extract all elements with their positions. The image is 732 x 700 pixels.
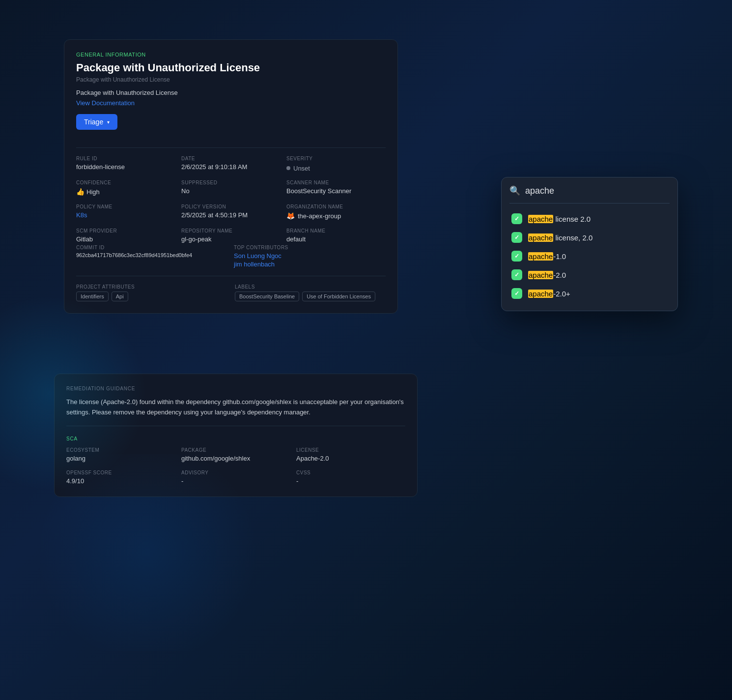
contributor-2[interactable]: jim hollenbach [234, 261, 386, 268]
cvss-field: CVSS - [296, 470, 405, 485]
date-field: DATE 2/6/2025 at 9:10:18 AM [181, 156, 281, 172]
advisory-value: - [181, 477, 290, 485]
scm-provider-value: Gitlab [76, 235, 175, 243]
top-contributors-label: TOP CONTRIBUTORS [234, 245, 386, 250]
sca-divider [66, 426, 405, 426]
date-value: 2/6/2025 at 9:10:18 AM [181, 163, 281, 171]
ecosystem-value: golang [66, 455, 175, 462]
check-icon-3: ✓ [514, 253, 519, 260]
highlight-3: apache [528, 252, 553, 261]
contributor-1[interactable]: Son Luong Ngoc [234, 252, 386, 260]
search-result-1[interactable]: ✓ apache license 2.0 [509, 209, 670, 228]
commit-section: COMMIT ID 962cba41717b7686c3ec32cf89d419… [76, 245, 386, 268]
scm-provider-field: SCM PROVIDER Gitlab [76, 228, 175, 243]
section-label: General Information [76, 52, 386, 58]
branch-name-label: BRANCH NAME [286, 228, 386, 233]
search-box: 🔍 apache [509, 185, 670, 196]
policy-name-value[interactable]: K8s [76, 211, 175, 219]
sca-label: SCA [66, 436, 405, 441]
policy-name-field: POLICY NAME K8s [76, 204, 175, 220]
label-boost-baseline: BoostSecurity Baseline [235, 292, 299, 301]
scanner-name-value: BoostSecurity Scanner [286, 187, 386, 195]
org-name-value: 🦊 the-apex-group [286, 212, 341, 220]
rule-id-label: RULE ID [76, 156, 175, 161]
date-label: DATE [181, 156, 281, 161]
search-result-3[interactable]: ✓ apache-1.0 [509, 247, 670, 265]
labels-label: LABELS [235, 284, 386, 290]
policy-version-field: POLICY VERSION 2/5/2025 at 4:50:19 PM [181, 204, 281, 220]
chevron-down-icon: ▾ [107, 119, 110, 125]
package-field: PACKAGE github.com/google/shlex [181, 447, 290, 462]
view-documentation-link[interactable]: View Documentation [76, 99, 135, 107]
branch-name-field: BRANCH NAME default [286, 228, 386, 243]
rule-id-field: RULE ID forbidden-license [76, 156, 175, 172]
scm-provider-label: SCM PROVIDER [76, 228, 175, 233]
bottom-card: REMEDIATION GUIDANCE The license (Apache… [54, 374, 418, 497]
check-icon-4: ✓ [514, 271, 519, 278]
labels-field: LABELS BoostSecurity Baseline Use of For… [235, 284, 386, 301]
license-label: LICENSE [296, 447, 405, 453]
search-result-5[interactable]: ✓ apache-2.0+ [509, 284, 670, 303]
suppressed-field: SUPPRESSED No [181, 180, 281, 196]
triage-label: Triage [84, 118, 103, 126]
policy-version-value: 2/5/2025 at 4:50:19 PM [181, 211, 281, 219]
check-box-4: ✓ [511, 269, 522, 280]
confidence-label: CONFIDENCE [76, 180, 175, 185]
openssf-label: OPENSSF SCORE [66, 470, 175, 475]
triage-button[interactable]: Triage ▾ [76, 114, 117, 130]
repo-name-field: REPOSITORY NAME gl-go-peak [181, 228, 281, 243]
main-card: General Information Package with Unautho… [64, 39, 398, 314]
top-contributors-field: TOP CONTRIBUTORS Son Luong Ngoc jim holl… [234, 245, 386, 268]
labels-tags: BoostSecurity Baseline Use of Forbidden … [235, 292, 386, 301]
result-text-4: apache-2.0 [528, 271, 566, 279]
project-attrs-label: PROJECT ATTRIBUTES [76, 284, 227, 290]
policy-name-label: POLICY NAME [76, 204, 175, 209]
search-text: apache [525, 186, 554, 196]
advisory-field: ADVISORY - [181, 470, 290, 485]
result-text-3: apache-1.0 [528, 252, 566, 261]
check-icon-1: ✓ [514, 215, 519, 222]
card-title: Package with Unauthorized License [76, 61, 386, 74]
divider [76, 147, 386, 148]
search-icon: 🔍 [509, 185, 520, 196]
suppressed-label: SUPPRESSED [181, 180, 281, 185]
license-value: Apache-2.0 [296, 455, 405, 462]
highlight-1: apache [528, 215, 553, 223]
severity-value: Unset [286, 165, 310, 172]
ecosystem-field: ECOSYSTEM golang [66, 447, 175, 462]
highlight-2: apache [528, 233, 553, 242]
openssf-field: OPENSSF SCORE 4.9/10 [66, 470, 175, 485]
info-grid: RULE ID forbidden-license DATE 2/6/2025 … [76, 156, 386, 243]
highlight-5: apache [528, 290, 553, 298]
thumbs-up-icon: 👍 [76, 188, 84, 196]
result-text-2: apache license, 2.0 [528, 233, 592, 242]
package-value: github.com/google/shlex [181, 455, 290, 462]
org-name-text: the-apex-group [298, 212, 341, 220]
suppressed-value: No [181, 187, 281, 195]
severity-field: SEVERITY Unset [286, 156, 386, 172]
attrs-labels-row: PROJECT ATTRIBUTES Identifiers Api LABEL… [76, 284, 386, 301]
openssf-value: 4.9/10 [66, 477, 175, 485]
contributors-list: Son Luong Ngoc jim hollenbach [234, 252, 386, 268]
org-icon: 🦊 [286, 212, 295, 220]
search-result-4[interactable]: ✓ apache-2.0 [509, 265, 670, 284]
cvss-value: - [296, 477, 405, 485]
label-forbidden-licenses: Use of Forbidden Licenses [302, 292, 375, 301]
scanner-name-label: SCANNER NAME [286, 180, 386, 185]
check-box-5: ✓ [511, 288, 522, 299]
org-name-field: ORGANIZATION NAME 🦊 the-apex-group [286, 204, 386, 220]
severity-label: SEVERITY [286, 156, 386, 161]
cvss-label: CVSS [296, 470, 405, 475]
commit-id-value: 962cba41717b7686c3ec32cf89d41951bed0bfe4 [76, 252, 228, 258]
repo-name-value: gl-go-peak [181, 235, 281, 243]
severity-dot-icon [286, 166, 290, 170]
search-dropdown: 🔍 apache ✓ apache license 2.0 ✓ apache l… [501, 177, 678, 311]
check-box-1: ✓ [511, 213, 522, 224]
remediation-text: The license (Apache-2.0) found within th… [66, 397, 405, 418]
project-attrs-tags: Identifiers Api [76, 292, 227, 301]
confidence-field: CONFIDENCE 👍 High [76, 180, 175, 196]
search-result-2[interactable]: ✓ apache license, 2.0 [509, 228, 670, 247]
ecosystem-label: ECOSYSTEM [66, 447, 175, 453]
check-icon-2: ✓ [514, 234, 519, 241]
card-subtitle: Package with Unauthorized License [76, 76, 386, 83]
